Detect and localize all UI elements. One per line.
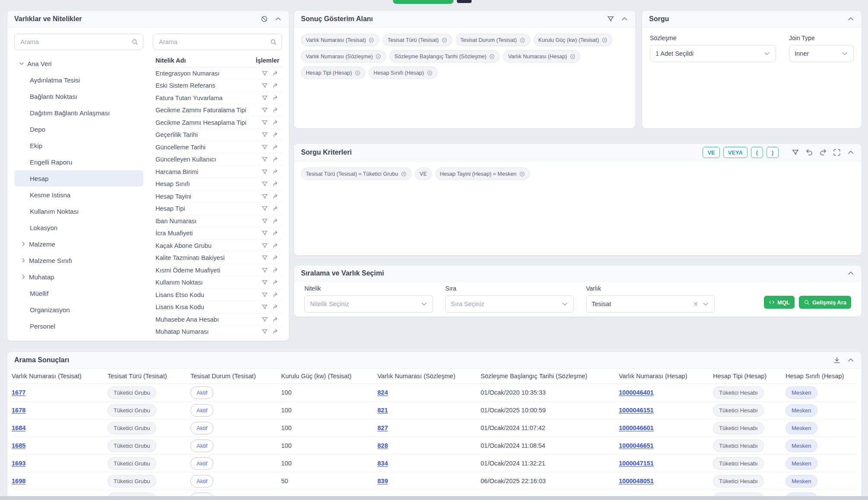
redo-icon[interactable] [819, 149, 827, 156]
chevron-up-icon[interactable] [621, 15, 628, 23]
attribute-row[interactable]: Hesap Tipi [153, 203, 282, 215]
forward-arrow-icon[interactable] [272, 316, 279, 323]
filter-icon[interactable] [261, 180, 268, 187]
hesap-no-link[interactable]: 1000047151 [619, 460, 654, 467]
tesisat-no-link[interactable]: 1677 [12, 389, 25, 396]
top-cropped-green-button[interactable] [393, 0, 453, 4]
attribute-row[interactable]: Kullanım Noktası [153, 276, 282, 289]
varlik-combobox[interactable]: Tesisat [586, 295, 715, 313]
forward-arrow-icon[interactable] [272, 82, 279, 89]
chevron-up-icon[interactable] [847, 269, 855, 277]
filter-icon[interactable] [261, 230, 268, 237]
forward-arrow-icon[interactable] [272, 193, 279, 200]
hesap-no-link[interactable]: 1000048051 [619, 478, 654, 484]
sozlesme-no-link[interactable]: 827 [377, 424, 388, 431]
remove-chip-icon[interactable] [489, 54, 495, 60]
chevron-right-icon[interactable] [20, 241, 26, 247]
chevron-up-icon[interactable] [847, 15, 855, 23]
filter-icon[interactable] [261, 144, 268, 151]
attribute-row[interactable]: İcra Muafiyeti [153, 227, 282, 240]
tesisat-no-link[interactable]: 1698 [12, 478, 25, 484]
clear-icon[interactable] [693, 301, 699, 307]
filter-icon[interactable] [261, 328, 268, 335]
attribute-row[interactable]: Hesap Sınıfı [153, 178, 282, 190]
attribute-row[interactable]: Entegrasyon Numarası [153, 67, 282, 80]
operator-button[interactable]: VE [703, 147, 719, 158]
operator-button[interactable]: VEYA [723, 147, 748, 158]
attribute-row[interactable]: Eski Sistem Referans [153, 79, 282, 92]
chevron-right-icon[interactable] [20, 257, 26, 263]
forward-arrow-icon[interactable] [272, 131, 279, 138]
operator-button[interactable]: ) [767, 147, 779, 158]
forward-arrow-icon[interactable] [272, 156, 279, 163]
sira-select[interactable]: Sıra Seçiniz [445, 295, 574, 313]
attribute-search-input[interactable] [158, 38, 266, 46]
chevron-up-icon[interactable] [847, 356, 855, 364]
filter-icon[interactable] [261, 107, 268, 114]
forward-arrow-icon[interactable] [272, 328, 279, 335]
forward-arrow-icon[interactable] [272, 95, 279, 101]
tree-item[interactable]: Ekip [14, 137, 143, 154]
forward-arrow-icon[interactable] [272, 180, 279, 187]
forward-arrow-icon[interactable] [272, 254, 279, 261]
attribute-row[interactable]: Kaçak Abone Grubu [153, 240, 282, 252]
tree-item[interactable]: Kullanım Noktası [14, 203, 143, 219]
attribute-row[interactable]: Oluşturan Kullanıcı [153, 338, 282, 341]
hesap-no-link[interactable]: 1000046601 [619, 424, 654, 431]
filter-icon[interactable] [261, 95, 268, 101]
tree-item[interactable]: Bağlantı Noktası [14, 88, 143, 104]
horizontal-scrollbar[interactable] [0, 496, 868, 500]
tree-item[interactable]: Kesme Istisna [14, 187, 143, 203]
filter-icon[interactable] [261, 205, 268, 212]
forward-arrow-icon[interactable] [272, 291, 279, 298]
filter-icon[interactable] [261, 218, 268, 225]
filter-icon[interactable] [261, 156, 268, 163]
attribute-row[interactable]: Kısmi Ödeme Muafiyeti [153, 264, 282, 277]
tree-item[interactable]: Organizasyon [14, 301, 143, 318]
tree-item[interactable]: Personel [14, 318, 143, 334]
remove-chip-icon[interactable] [427, 70, 433, 76]
forward-arrow-icon[interactable] [272, 242, 279, 249]
attribute-row[interactable]: Gecikme Zammı Hesaplama Tipi [153, 117, 282, 129]
chevron-up-icon[interactable] [847, 149, 855, 156]
attribute-row[interactable]: Harcama Birimi [153, 166, 282, 178]
remove-chip-icon[interactable] [570, 54, 576, 60]
tree-item[interactable]: Hesap [14, 170, 143, 187]
forward-arrow-icon[interactable] [272, 279, 279, 286]
filter-icon[interactable] [261, 70, 268, 77]
tree-search-input[interactable] [19, 38, 128, 46]
undo-icon[interactable] [805, 149, 813, 156]
sozlesme-no-link[interactable]: 834 [377, 460, 388, 467]
tree-item[interactable]: Ana Veri [14, 55, 143, 72]
hesap-no-link[interactable]: 1000046401 [619, 389, 654, 396]
forward-arrow-icon[interactable] [272, 70, 279, 77]
hesap-no-link[interactable]: 1000046151 [619, 407, 654, 414]
forward-arrow-icon[interactable] [272, 218, 279, 225]
tree-item[interactable]: Lokasyon [14, 219, 143, 236]
filter-icon[interactable] [261, 131, 268, 138]
remove-chip-icon[interactable] [401, 171, 407, 177]
tree-item[interactable]: Dağıtım Bağlantı Anlaşması [14, 104, 143, 121]
tesisat-no-link[interactable]: 1693 [12, 460, 25, 467]
attribute-row[interactable]: Fatura Tutarı Yuvarlama [153, 92, 282, 104]
sozlesme-select[interactable]: 1 Adet Seçildi [650, 45, 776, 62]
chevron-up-icon[interactable] [274, 15, 282, 23]
forward-arrow-icon[interactable] [272, 230, 279, 237]
attribute-row[interactable]: Lisans Kısa Kodu [153, 301, 282, 313]
attribute-row[interactable]: Kalite Tazminatı Bakiyesi [153, 252, 282, 264]
forward-arrow-icon[interactable] [272, 119, 279, 126]
filter-icon[interactable] [261, 168, 268, 175]
forward-arrow-icon[interactable] [272, 205, 279, 212]
tree-item[interactable]: Malzeme Sınıfı [14, 252, 143, 269]
sozlesme-no-link[interactable]: 828 [377, 442, 388, 449]
chevron-right-icon[interactable] [20, 274, 26, 280]
mql-button[interactable]: MQL [764, 296, 795, 309]
attribute-row[interactable]: Güncelleyen Kullanıcı [153, 153, 282, 166]
remove-chip-icon[interactable] [441, 37, 447, 43]
attribute-row[interactable]: Güncelleme Tarihi [153, 141, 282, 154]
tree-item[interactable]: Muhatap [14, 269, 143, 285]
forward-arrow-icon[interactable] [272, 304, 279, 310]
sozlesme-no-link[interactable]: 839 [377, 478, 388, 484]
filter-icon[interactable] [261, 291, 268, 298]
tesisat-no-link[interactable]: 1685 [12, 442, 25, 449]
